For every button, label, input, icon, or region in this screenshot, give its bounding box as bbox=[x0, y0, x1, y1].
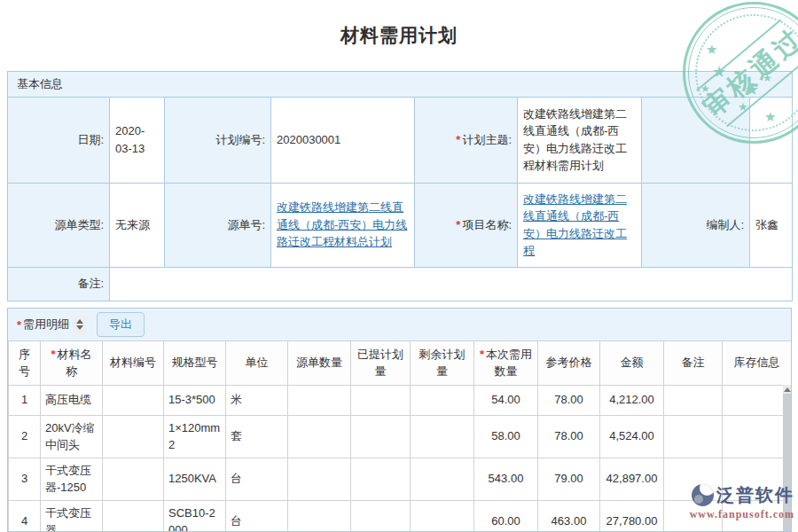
table-cell bbox=[103, 501, 164, 532]
table-cell: 2 bbox=[9, 416, 41, 458]
table-row: 1高压电缆15-3*500米54.0078.004,212.00 bbox=[9, 386, 792, 416]
vertical-scrollbar[interactable] bbox=[783, 385, 791, 531]
source-type-value: 无来源 bbox=[110, 183, 165, 267]
required-asterisk: * bbox=[17, 318, 21, 332]
scroll-up-arrow-icon[interactable] bbox=[784, 387, 791, 392]
scrollbar-thumb[interactable] bbox=[783, 394, 791, 531]
table-cell: 套 bbox=[226, 416, 288, 458]
table-cell: SCB10-2000 bbox=[164, 501, 226, 532]
table-cell bbox=[723, 501, 792, 532]
column-header: 规格型号 bbox=[164, 341, 226, 386]
table-cell bbox=[664, 386, 723, 416]
table-cell bbox=[288, 416, 351, 458]
basic-info-table: 基本信息 日期: 2020-03-13 计划编号: 2020030001 *计划… bbox=[7, 71, 793, 301]
remark-value bbox=[110, 267, 793, 301]
table-row: 4干式变压器SCB10-2000台60.00463.0027,780.00 bbox=[9, 501, 792, 532]
table-cell bbox=[351, 501, 411, 532]
table-cell bbox=[664, 416, 723, 458]
sort-up-arrow-icon bbox=[76, 319, 83, 324]
empty-value-cell bbox=[750, 97, 793, 183]
source-number-label: 源单号: bbox=[165, 183, 271, 267]
column-header: *材料名称 bbox=[41, 341, 103, 386]
table-cell bbox=[723, 458, 792, 501]
table-cell: 4,524.00 bbox=[600, 416, 664, 458]
table-cell bbox=[411, 501, 474, 532]
column-header: 单位 bbox=[226, 341, 288, 386]
export-button[interactable]: 导出 bbox=[97, 312, 145, 337]
table-cell: 60.00 bbox=[474, 501, 538, 532]
table-cell bbox=[351, 458, 411, 501]
table-cell: 米 bbox=[226, 386, 288, 416]
table-cell: 20kV冷缩中间头 bbox=[41, 416, 103, 458]
details-table: 序号*材料名称材料编号规格型号单位源单数量已提计划量剩余计划量*本次需用数量参考… bbox=[8, 340, 792, 532]
table-cell bbox=[288, 501, 351, 532]
table-cell bbox=[351, 416, 411, 458]
column-header: 已提计划量 bbox=[351, 341, 411, 386]
table-cell: 1 bbox=[9, 386, 41, 416]
date-label: 日期: bbox=[8, 97, 110, 183]
table-cell: 78.00 bbox=[538, 386, 600, 416]
table-cell bbox=[351, 386, 411, 416]
table-cell bbox=[103, 386, 164, 416]
source-type-label: 源单类型: bbox=[8, 183, 110, 267]
column-header: 备注 bbox=[664, 341, 723, 386]
details-section-title: 需用明细 bbox=[23, 317, 69, 332]
table-cell: 高压电缆 bbox=[41, 386, 103, 416]
empty-label-cell bbox=[642, 97, 750, 183]
project-name-label: *项目名称: bbox=[415, 183, 518, 267]
required-asterisk: * bbox=[456, 218, 460, 231]
date-value: 2020-03-13 bbox=[110, 97, 165, 183]
table-cell: 79.00 bbox=[538, 458, 600, 501]
required-asterisk: * bbox=[456, 133, 460, 146]
table-cell bbox=[723, 416, 792, 458]
column-header: 库存信息 bbox=[723, 341, 792, 386]
page-title: 材料需用计划 bbox=[0, 0, 798, 48]
subject-label: *计划主题: bbox=[415, 97, 518, 183]
table-row: 220kV冷缩中间头1×120mm2套58.0078.004,524.00 bbox=[9, 416, 792, 458]
table-cell bbox=[723, 386, 792, 416]
table-cell: 3 bbox=[9, 458, 41, 501]
project-name-link[interactable]: 改建铁路线增建第二线直通线（成都-西安）电力线路迁改工程 bbox=[523, 192, 627, 258]
table-cell bbox=[411, 458, 474, 501]
table-cell: 42,897.00 bbox=[600, 458, 664, 501]
details-body: 1高压电缆15-3*500米54.0078.004,212.00220kV冷缩中… bbox=[9, 386, 792, 532]
table-cell: 4 bbox=[9, 501, 41, 532]
table-cell: 干式变压器 bbox=[41, 501, 103, 532]
table-cell: 15-3*500 bbox=[164, 386, 226, 416]
table-cell: 干式变压器-1250 bbox=[41, 458, 103, 501]
table-cell: 58.00 bbox=[474, 416, 538, 458]
details-header-row: 序号*材料名称材料编号规格型号单位源单数量已提计划量剩余计划量*本次需用数量参考… bbox=[9, 341, 792, 386]
table-cell: 78.00 bbox=[538, 416, 600, 458]
column-header: 序号 bbox=[9, 341, 41, 386]
table-cell bbox=[664, 501, 723, 532]
source-number-link[interactable]: 改建铁路线增建第二线直通线（成都-西安）电力线路迁改工程材料总计划 bbox=[277, 200, 407, 248]
table-cell: 543.00 bbox=[474, 458, 538, 501]
sort-icon[interactable] bbox=[73, 316, 86, 333]
column-header: 金额 bbox=[600, 341, 664, 386]
plan-number-value: 2020030001 bbox=[271, 97, 415, 183]
column-header: 材料编号 bbox=[103, 341, 164, 386]
table-cell: 1×120mm2 bbox=[164, 416, 226, 458]
table-cell bbox=[664, 458, 723, 501]
table-row: 3干式变压器-12501250KVA台543.0079.0042,897.00 bbox=[9, 458, 792, 501]
column-header: 剩余计划量 bbox=[411, 341, 474, 386]
column-header: *本次需用数量 bbox=[474, 341, 538, 386]
column-header: 参考价格 bbox=[538, 341, 600, 386]
table-cell: 27,780.00 bbox=[600, 501, 664, 532]
basic-info-section-header: 基本信息 bbox=[8, 72, 793, 98]
sort-down-arrow-icon bbox=[76, 325, 83, 330]
table-cell bbox=[288, 458, 351, 501]
table-cell: 54.00 bbox=[474, 386, 538, 416]
column-header: 源单数量 bbox=[288, 341, 351, 386]
table-cell: 463.00 bbox=[538, 501, 600, 532]
subject-value: 改建铁路线增建第二线直通线（成都-西安）电力线路迁改工程材料需用计划 bbox=[518, 97, 642, 183]
plan-number-label: 计划编号: bbox=[165, 97, 271, 183]
table-cell bbox=[103, 416, 164, 458]
source-number-value: 改建铁路线增建第二线直通线（成都-西安）电力线路迁改工程材料总计划 bbox=[271, 183, 415, 267]
details-section: * 需用明细 导出 序号*材料名称材料编号规格型号单位源单数量已提计划量剩余计划… bbox=[7, 308, 792, 532]
table-cell bbox=[288, 386, 351, 416]
details-toolbar: * 需用明细 导出 bbox=[8, 309, 791, 340]
table-cell: 1250KVA bbox=[164, 458, 226, 501]
table-cell: 台 bbox=[226, 458, 288, 501]
table-cell: 4,212.00 bbox=[600, 386, 664, 416]
